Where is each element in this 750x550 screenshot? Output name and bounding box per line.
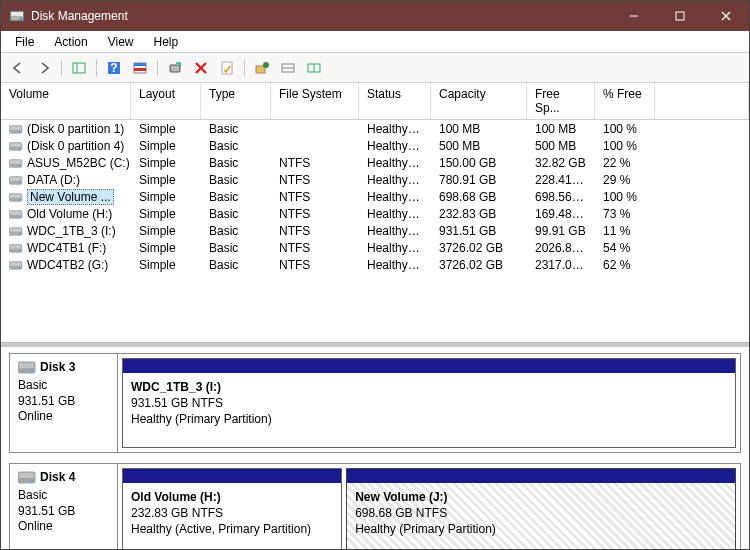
svg-point-26 (19, 130, 21, 132)
svg-point-44 (19, 232, 21, 234)
disk-graphic-pane[interactable]: Disk 3 Basic 931.51 GB Online WDC_1TB_3 … (1, 347, 749, 549)
volume-status: Healthy (B... (359, 241, 431, 255)
menu-action[interactable]: Action (44, 33, 97, 51)
col-filesystem[interactable]: File System (271, 83, 359, 119)
partition-status: Healthy (Primary Partition) (355, 521, 727, 537)
volume-free: 32.82 GB (527, 156, 595, 170)
volume-type: Basic (201, 258, 271, 272)
menu-file[interactable]: File (5, 33, 44, 51)
volume-layout: Simple (131, 207, 201, 221)
volume-fs: NTFS (271, 224, 359, 238)
volume-status: Healthy (R... (359, 139, 431, 153)
partition-box[interactable]: WDC_1TB_3 (I:) 931.51 GB NTFS Healthy (P… (122, 358, 736, 448)
volume-layout: Simple (131, 224, 201, 238)
col-pctfree[interactable]: % Free (595, 83, 655, 119)
disk-mgmt-icon (9, 8, 25, 24)
col-capacity[interactable]: Capacity (431, 83, 527, 119)
volume-type: Basic (201, 224, 271, 238)
help-button[interactable]: ? (103, 57, 125, 79)
volume-row[interactable]: Old Volume (H:)SimpleBasicNTFSHealthy (A… (1, 205, 749, 222)
refresh-button[interactable] (164, 57, 186, 79)
volume-status: Healthy (A... (359, 207, 431, 221)
volume-row[interactable]: (Disk 0 partition 1)SimpleBasicHealthy (… (1, 120, 749, 137)
svg-rect-1 (11, 12, 23, 16)
volume-capacity: 3726.02 GB (431, 241, 527, 255)
partition-size: 931.51 GB NTFS (131, 395, 727, 411)
disk-type: Basic (18, 378, 109, 394)
partition-stripe (123, 359, 735, 373)
partition-name: Old Volume (H:) (131, 489, 333, 505)
volume-status: Healthy (E... (359, 122, 431, 136)
volume-fs: NTFS (271, 207, 359, 221)
col-volume[interactable]: Volume (1, 83, 131, 119)
volume-capacity: 100 MB (431, 122, 527, 136)
partition-box[interactable]: Old Volume (H:) 232.83 GB NTFS Healthy (… (122, 468, 342, 549)
menu-bar: File Action View Help (1, 31, 749, 53)
volume-row[interactable]: ASUS_M52BC (C:)SimpleBasicNTFSHealthy (B… (1, 154, 749, 171)
col-layout[interactable]: Layout (131, 83, 201, 119)
properties-button[interactable] (216, 57, 238, 79)
volume-free: 100 MB (527, 122, 595, 136)
volume-fs: NTFS (271, 241, 359, 255)
volume-row[interactable]: WDC_1TB_3 (I:)SimpleBasicNTFSHealthy (P.… (1, 222, 749, 239)
volume-name: (Disk 0 partition 1) (27, 122, 124, 136)
volume-row[interactable]: DATA (D:)SimpleBasicNTFSHealthy (B...780… (1, 171, 749, 188)
svg-point-38 (19, 198, 21, 200)
volume-row[interactable]: (Disk 0 partition 4)SimpleBasicHealthy (… (1, 137, 749, 154)
volume-name: New Volume ... (27, 189, 114, 205)
close-button[interactable] (703, 1, 749, 31)
volume-free: 2026.80... (527, 241, 595, 255)
volume-status: Healthy (B... (359, 156, 431, 170)
action-button-2[interactable] (277, 57, 299, 79)
partition-box[interactable]: New Volume (J:) 698.68 GB NTFS Healthy (… (346, 468, 736, 549)
volume-row[interactable]: WDC4TB1 (F:)SimpleBasicNTFSHealthy (B...… (1, 239, 749, 256)
volume-layout: Simple (131, 156, 201, 170)
volume-capacity: 150.00 GB (431, 156, 527, 170)
svg-rect-13 (134, 68, 146, 71)
svg-point-41 (19, 215, 21, 217)
volume-free: 228.41 GB (527, 173, 595, 187)
menu-view[interactable]: View (98, 33, 144, 51)
disk-size: 931.51 GB (18, 504, 109, 520)
delete-button[interactable] (190, 57, 212, 79)
volume-row[interactable]: New Volume ...SimpleBasicNTFSHealthy (P.… (1, 188, 749, 205)
volume-pctfree: 100 % (595, 190, 655, 204)
volume-name: (Disk 0 partition 4) (27, 139, 124, 153)
col-freespace[interactable]: Free Sp... (527, 83, 595, 119)
volume-name: WDC_1TB_3 (I:) (27, 224, 116, 238)
separator (96, 59, 97, 77)
action-button-1[interactable] (251, 57, 273, 79)
volume-list[interactable]: Volume Layout Type File System Status Ca… (1, 83, 749, 343)
volume-icon (9, 260, 23, 270)
disk-label-panel[interactable]: Disk 4 Basic 931.51 GB Online (10, 464, 118, 549)
volume-pctfree: 22 % (595, 156, 655, 170)
forward-button[interactable] (33, 57, 55, 79)
partition-name: WDC_1TB_3 (I:) (131, 379, 727, 395)
volume-icon (9, 141, 23, 151)
volume-layout: Simple (131, 122, 201, 136)
svg-point-2 (20, 18, 22, 20)
col-type[interactable]: Type (201, 83, 271, 119)
volume-layout: Simple (131, 173, 201, 187)
svg-rect-7 (73, 63, 85, 73)
action-button-3[interactable] (303, 57, 325, 79)
show-hide-tree-button[interactable] (68, 57, 90, 79)
partition-status: Healthy (Active, Primary Partition) (131, 521, 333, 537)
volume-icon (9, 209, 23, 219)
menu-help[interactable]: Help (144, 33, 189, 51)
view-settings-button[interactable] (129, 57, 151, 79)
volume-type: Basic (201, 139, 271, 153)
back-button[interactable] (7, 57, 29, 79)
volume-row[interactable]: WDC4TB2 (G:)SimpleBasicNTFSHealthy (B...… (1, 256, 749, 273)
volume-name: Old Volume (H:) (27, 207, 112, 221)
maximize-button[interactable] (657, 1, 703, 31)
partition-stripe (347, 469, 735, 483)
partition-status: Healthy (Primary Partition) (131, 411, 727, 427)
partition-name: New Volume (J:) (355, 489, 727, 505)
col-status[interactable]: Status (359, 83, 431, 119)
disk-label-panel[interactable]: Disk 3 Basic 931.51 GB Online (10, 354, 118, 452)
svg-point-35 (19, 181, 21, 183)
disk-status: Online (18, 409, 109, 425)
minimize-button[interactable] (611, 1, 657, 31)
volume-capacity: 500 MB (431, 139, 527, 153)
